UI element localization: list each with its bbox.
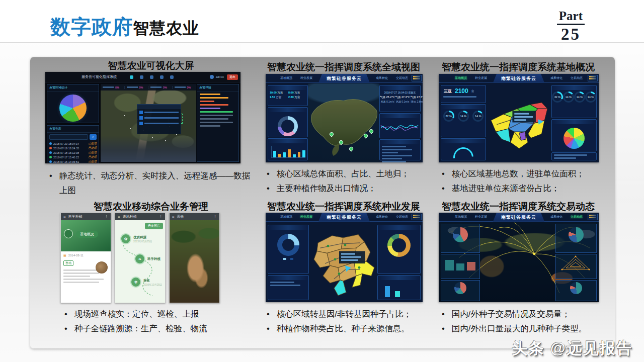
box-title-bar <box>268 108 307 112</box>
popup-row <box>139 122 179 126</box>
import-pie-chart <box>570 282 582 294</box>
panel6-title: 智慧农业统一指挥调度系统交易动态 <box>435 200 601 213</box>
weather-col: 气温 27.7℃降水 2.8mm <box>411 96 423 103</box>
phone-title: 道地种植 <box>123 214 159 219</box>
tab-trade[interactable]: 交易动态 <box>394 215 410 219</box>
search-input[interactable] <box>49 134 88 140</box>
text-line <box>63 279 104 280</box>
tab-seed-development[interactable]: 种业发展 <box>298 215 314 219</box>
title-primary: 数字政府 <box>50 13 133 41</box>
phone-harvest: × 采收 ⋮ <box>169 213 220 303</box>
crop-bar-box <box>268 138 308 160</box>
tab-base-overview[interactable]: 基地概况 <box>453 215 469 219</box>
trace-timeline: 丹参图片 ✿ 优质种源2015年05月05日 ❧ 科学种植 ✾ 采收2016 <box>115 220 165 303</box>
popup-row-icon <box>139 122 143 125</box>
logout-button[interactable]: 退出 <box>227 74 238 80</box>
header-divider <box>0 42 644 43</box>
close-icon[interactable]: × <box>118 215 120 219</box>
crop-map-svg <box>310 222 376 302</box>
tab-achievement[interactable]: 成果转化 <box>548 76 565 80</box>
box-title-bar <box>380 140 420 144</box>
gmo-donut-chart <box>277 234 299 256</box>
terrain-map[interactable] <box>308 83 379 162</box>
bullet-item: •核心区域总体面积、占比、土地归； <box>267 166 433 181</box>
text-line <box>63 273 99 274</box>
trade-bar-box <box>441 254 480 279</box>
tab-trade[interactable]: 交易动态 <box>394 76 410 80</box>
base-overview-button[interactable]: 基地概况 <box>76 231 98 238</box>
kpi-cell: 0% <box>101 86 125 89</box>
trade-pie-chart <box>453 227 468 242</box>
detail-line <box>200 108 220 109</box>
alert-list-box: 点警列表 ⌕ 2018-07-20 18:04:14已处理 2018-07-19… <box>47 125 99 163</box>
video-monitor-icon[interactable] <box>140 75 143 79</box>
bullet-item: •核心区域基地总数，进驻单位面积； <box>442 166 608 181</box>
screenshot-base-overview: 基地概况 种业发展 南繁硅谷服务云 成果转化 交易动态 <box>439 74 599 162</box>
bullet-item: •核心区域转基因/非转基因种子占比； <box>267 307 433 321</box>
dispatch-icon[interactable] <box>130 75 133 79</box>
alert-row[interactable]: 2018-07-18 16:12:08已处理 <box>47 150 99 155</box>
timeline-step[interactable]: ❧ 科学种植 <box>134 253 160 264</box>
mobile-app-screens: × 科学种植 ⋮ 基地概况 ▦ 2014-03-11 整地 <box>60 213 220 303</box>
search-icon[interactable]: ⌕ <box>90 134 97 140</box>
box-title-bar <box>441 139 486 143</box>
box-title-bar <box>380 85 420 90</box>
tab-achievement[interactable]: 成果转化 <box>374 76 390 80</box>
record-row[interactable]: ▦ 2014-03-11 <box>63 253 108 257</box>
text-line <box>270 282 294 283</box>
bullet-item: •种子全链路溯源：生产、检验、物流 <box>64 321 266 336</box>
crop-parcel-map[interactable] <box>310 222 376 302</box>
alert-manage-icon[interactable] <box>160 75 164 79</box>
more-menu-icon[interactable]: ⋮ <box>213 215 217 219</box>
weather-col: 气温 25.2℃风速 0.1m/s <box>380 96 395 103</box>
tab-base-overview[interactable]: 基地概况 <box>453 76 469 80</box>
panel2-title: 智慧农业统一指挥调度系统全域视图 <box>261 61 427 74</box>
username: admin <box>216 75 224 78</box>
tab-seed-development[interactable]: 种业发展 <box>473 215 489 219</box>
screenshot-visualization-screen: 服务云可视化指挥系统 admin 退出 点警区域统计 <box>45 72 240 163</box>
close-icon[interactable]: × <box>172 215 175 219</box>
tab-seed-development[interactable]: 种业发展 <box>298 76 314 80</box>
status-badge: 已处理 <box>89 146 97 150</box>
parcel-map[interactable] <box>487 83 550 162</box>
tab-trade[interactable]: 交易动态 <box>569 76 585 80</box>
satellite-map[interactable]: 0% 0% 0% 0% <box>101 84 196 162</box>
alert-row[interactable]: 2018-07-17 15:40:22已处理 <box>47 155 99 159</box>
dash-title: 南繁硅谷服务云 <box>318 74 370 83</box>
alert-row[interactable]: 2018-07-20 18:04:14已处理 <box>47 141 99 146</box>
tab-achievement[interactable]: 成果转化 <box>374 215 390 219</box>
alert-row[interactable]: 2018-07-16 14:05:51已处理 <box>47 159 99 163</box>
tab-trade[interactable]: 交易动态 <box>569 215 585 219</box>
tab-base-overview[interactable]: 基地概况 <box>278 215 294 219</box>
detail-line <box>200 104 228 106</box>
timeline-step[interactable]: ✿ 优质种源2015年05月05日 <box>120 233 152 244</box>
part-number: 25 <box>557 25 585 44</box>
kpi-cell: 0% <box>125 86 149 89</box>
settings-icon[interactable] <box>170 75 174 79</box>
tab-achievement[interactable]: 成果转化 <box>548 215 565 219</box>
record-photo[interactable] <box>96 261 108 274</box>
alert-time: 2018-07-17 15:40:22 <box>53 156 79 159</box>
tab-base-overview[interactable]: 基地概况 <box>278 76 294 80</box>
map-popup <box>137 104 181 134</box>
close-icon[interactable]: × <box>63 215 66 219</box>
harvest-photo <box>170 220 219 303</box>
crop-type-donut-chart <box>387 234 411 257</box>
alert-time: 2018-07-20 18:04:14 <box>53 142 79 145</box>
region-pie-chart <box>59 95 87 122</box>
tab-seed-development[interactable]: 种业发展 <box>473 76 489 80</box>
more-menu-icon[interactable]: ⋮ <box>105 215 108 219</box>
box-title-bar <box>378 276 420 280</box>
timeline-step[interactable]: ✾ 采收2016年10月25日 <box>130 277 162 288</box>
detail-line <box>200 101 214 102</box>
plan-icon[interactable] <box>150 75 153 79</box>
alert-list-title: 点警列表 <box>47 126 99 133</box>
alert-row[interactable]: 2018-07-19 18:24:35已处理 <box>47 146 99 150</box>
panel4-title: 智慧农业移动综合业务管理 <box>45 200 257 213</box>
more-menu-icon[interactable]: ⋮ <box>159 215 163 219</box>
donut-legend <box>268 258 308 260</box>
crop-bar-chart <box>271 146 305 158</box>
status-badge: 已处理 <box>89 160 97 163</box>
foreign-trade-pie-box <box>555 224 597 253</box>
text-line <box>382 152 398 153</box>
